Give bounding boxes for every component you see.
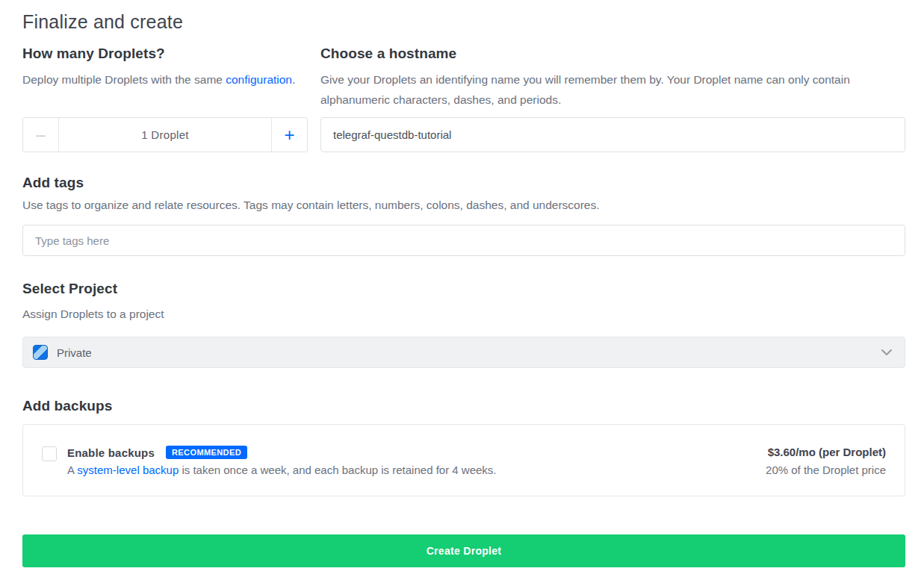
hostname-input[interactable] bbox=[320, 117, 905, 152]
project-section: Select Project Assign Droplets to a proj… bbox=[22, 280, 905, 368]
project-description: Assign Droplets to a project bbox=[22, 307, 905, 322]
chevron-down-icon bbox=[881, 349, 893, 356]
backups-label-row: Enable backups RECOMMENDED bbox=[67, 446, 766, 459]
droplet-count-heading: How many Droplets? bbox=[22, 45, 308, 63]
system-level-backup-link[interactable]: system-level backup bbox=[77, 464, 179, 476]
backups-main: Enable backups RECOMMENDED A system-leve… bbox=[67, 446, 766, 478]
backups-description-suffix: is taken once a week, and each backup is… bbox=[179, 464, 496, 476]
configuration-link[interactable]: configuration. bbox=[226, 73, 295, 86]
project-icon bbox=[33, 345, 48, 360]
tags-description: Use tags to organize and relate resource… bbox=[22, 198, 905, 213]
recommended-badge: RECOMMENDED bbox=[166, 446, 247, 459]
project-selected-label: Private bbox=[57, 346, 881, 359]
droplet-count-value: 1 Droplet bbox=[59, 118, 271, 152]
backups-description: A system-level backup is taken once a we… bbox=[67, 463, 766, 478]
backups-description-prefix: A bbox=[67, 464, 77, 476]
hostname-description: Give your Droplets an identifying name y… bbox=[320, 63, 905, 117]
droplet-count-section: How many Droplets? Deploy multiple Dropl… bbox=[22, 45, 308, 152]
droplet-count-stepper: – 1 Droplet + bbox=[22, 117, 308, 152]
increment-droplets-button[interactable]: + bbox=[271, 118, 307, 152]
backups-price-block: $3.60/mo (per Droplet) 20% of the Drople… bbox=[766, 446, 886, 477]
project-heading: Select Project bbox=[22, 280, 905, 298]
backups-section: Add backups Enable backups RECOMMENDED A… bbox=[22, 397, 905, 496]
create-droplet-button[interactable]: Create Droplet bbox=[22, 534, 905, 567]
backups-price-note: 20% of the Droplet price bbox=[766, 464, 886, 477]
droplet-count-description-text: Deploy multiple Droplets with the same bbox=[22, 73, 226, 86]
droplet-count-description: Deploy multiple Droplets with the same c… bbox=[22, 63, 308, 117]
top-row: How many Droplets? Deploy multiple Dropl… bbox=[22, 45, 905, 152]
finalize-and-create-page: Finalize and create How many Droplets? D… bbox=[0, 0, 924, 567]
enable-backups-label: Enable backups bbox=[67, 446, 155, 459]
project-select[interactable]: Private bbox=[22, 337, 905, 368]
tags-section: Add tags Use tags to organize and relate… bbox=[22, 174, 905, 256]
hostname-heading: Choose a hostname bbox=[320, 45, 905, 63]
tags-input-wrap bbox=[22, 225, 905, 256]
backups-price: $3.60/mo (per Droplet) bbox=[766, 446, 886, 459]
tags-heading: Add tags bbox=[22, 174, 905, 192]
backups-card: Enable backups RECOMMENDED A system-leve… bbox=[22, 424, 905, 496]
decrement-droplets-button[interactable]: – bbox=[23, 118, 59, 152]
page-title: Finalize and create bbox=[22, 10, 905, 33]
hostname-section: Choose a hostname Give your Droplets an … bbox=[320, 45, 905, 152]
tags-input[interactable] bbox=[22, 225, 905, 256]
backups-heading: Add backups bbox=[22, 397, 905, 415]
enable-backups-checkbox[interactable] bbox=[42, 446, 57, 461]
